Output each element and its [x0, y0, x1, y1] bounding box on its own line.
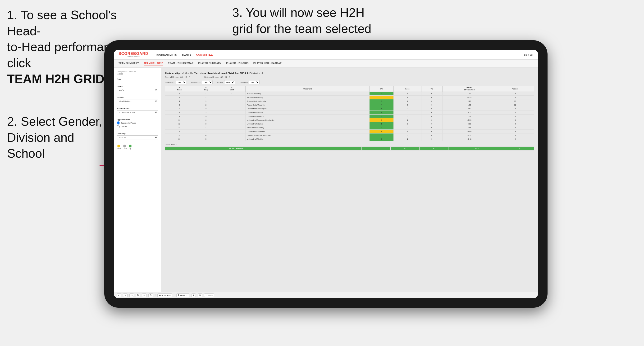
cell-rank: 8 [165, 107, 194, 111]
col-opponent: Opponent [246, 86, 370, 92]
out-of-division-table: NCAA Division II 1 0 0 26.00 3 [165, 147, 534, 151]
table-row: 2 1 1 Auburn University 2 1 0 1.67 9 [165, 92, 534, 96]
tab-team-h2h-grid[interactable]: TEAM H2H GRID [144, 61, 163, 66]
undo-btn[interactable]: ↩ [116, 294, 121, 297]
region-filter: Region (All) [217, 80, 235, 84]
cell-diff: 2.29 [442, 99, 496, 103]
sign-out-link[interactable]: Sign out [524, 53, 533, 56]
paste-btn[interactable]: ⊕ [142, 294, 146, 297]
region-select[interactable]: (All) [224, 80, 235, 84]
tab-team-summary[interactable]: TEAM SUMMARY [118, 61, 139, 66]
copy-btn[interactable]: ⧉ [136, 293, 140, 297]
sidebar: Last Updated: 27/03/2024 16:55:38 Team G… [114, 68, 161, 292]
logo-text: SCOREBOARD [118, 52, 148, 56]
filters-row: Opponents: (All) Conference (All) Region [165, 80, 534, 84]
nav-tournaments[interactable]: TOURNAMENTS [156, 52, 177, 57]
cell-rank: 14 [165, 130, 194, 134]
cell-loss: 0 [394, 107, 421, 111]
watch-btn[interactable]: 👁 Watch ▼ [176, 294, 190, 297]
col-rounds: Rounds [496, 86, 534, 92]
cell-win: 3 [370, 115, 394, 118]
opponent-select[interactable]: (All) [249, 80, 260, 84]
cell-reg: 4 [194, 134, 218, 137]
cell-diff: -2.29 [442, 96, 496, 99]
cell-rounds: 9 [496, 92, 534, 96]
cell-rank: 10 [165, 115, 194, 118]
overall-record: Overall Record: 89 - 17 - 0 [165, 76, 190, 78]
nav-teams[interactable]: TEAMS [182, 52, 191, 57]
col-tie: Tie [422, 86, 442, 92]
cell-tie: 0 [422, 92, 442, 96]
cell-tie: 0 [422, 122, 442, 126]
cell-conf [218, 107, 246, 111]
redo-btn[interactable]: ↪ [123, 294, 128, 297]
tab-player-h2h-grid[interactable]: PLAYER H2H GRID [226, 61, 249, 66]
conference-select[interactable]: (All) [202, 80, 212, 84]
clock-btn[interactable]: ⏱ [148, 294, 153, 297]
cell-rounds: 9 [496, 130, 534, 134]
cell-conf [218, 126, 246, 130]
cell-tie: 0 [422, 103, 442, 107]
present-btn[interactable]: ⊞ [191, 294, 196, 297]
cell-loss: 2 [394, 130, 421, 134]
table-row: 4 1 Arizona State University 5 1 0 2.29 … [165, 99, 534, 103]
cell-rounds: 9 [496, 137, 534, 141]
cell-rounds: 3 [496, 118, 534, 122]
cell-rank: 13 [165, 126, 194, 130]
out-of-division: Out of division NCAA Division II 1 0 0 [165, 143, 534, 151]
cell-rank: 6 [165, 103, 194, 107]
toolbar-sep: | [155, 294, 156, 296]
legend-down: Down [116, 145, 121, 150]
cell-loss: 0 [394, 115, 421, 118]
h2h-table: #Rank #Reg #Conf Opponent Win Loss Tie D… [165, 86, 534, 141]
cell-loss: 1 [394, 99, 421, 103]
cell-rounds: 9 [496, 126, 534, 130]
cell-reg: 2 [194, 107, 218, 111]
opponents-select[interactable]: (All) [176, 80, 186, 84]
cell-conf [218, 130, 246, 134]
cell-team-name: Vanderbilt University [246, 96, 370, 99]
nav-links: TOURNAMENTS TEAMS COMMITTEE [156, 52, 517, 57]
cell-loss: 0 [394, 126, 421, 130]
legend-down-dot [117, 145, 120, 148]
legend-up: Up [129, 145, 132, 150]
tablet: SCOREBOARD Powered by clippi TOURNAMENTS… [104, 40, 548, 308]
cell-win: 6 [370, 134, 394, 137]
legend-level-dot [123, 145, 126, 148]
cell-team-name: University of Florida [246, 137, 370, 141]
cell-rounds: 3 [496, 107, 534, 111]
grid-title: University of North Carolina Head-to-Hea… [165, 71, 534, 75]
gender-select[interactable]: Men's Women's [116, 88, 158, 92]
tab-team-h2h-heatmap[interactable]: TEAM H2H HEATMAP [168, 61, 194, 66]
colour-by-select[interactable]: Win/loss [116, 135, 158, 139]
out-div-tie: 0 [419, 147, 448, 151]
tab-player-h2h-heatmap[interactable]: PLAYER H2H HEATMAP [254, 61, 282, 66]
tab-player-summary[interactable]: PLAYER SUMMARY [198, 61, 222, 66]
nav-committee[interactable]: COMMITTEE [196, 52, 213, 57]
cell-loss: 0 [394, 134, 421, 137]
cell-diff: -6.42 [442, 137, 496, 141]
cell-reg: 1 [194, 126, 218, 130]
cell-loss: 0 [394, 122, 421, 126]
cell-conf: 1 [218, 92, 246, 96]
radio-opponents-played[interactable]: Opponents Played [116, 121, 158, 125]
table-row: 14 2 University of Oklahoma 1 2 0 -1.00 … [165, 130, 534, 134]
zoom-btn[interactable]: ⊟ [198, 294, 202, 297]
cell-team-name: University of Oklahoma [246, 130, 370, 134]
cell-rounds: 9 [496, 134, 534, 137]
record-row: Overall Record: 89 - 17 - 0 Division Rec… [165, 76, 534, 78]
cell-team-name: Auburn University [246, 92, 370, 96]
col-loss: Loss [394, 86, 421, 92]
view-btn[interactable]: View: Original [158, 294, 172, 297]
cell-team-name: University of Alabama [246, 115, 370, 118]
cell-diff: 1.67 [442, 92, 496, 96]
division-select[interactable]: NCAA Division I NCAA Division II [116, 99, 158, 103]
cell-win: 4 [370, 103, 394, 107]
forward-btn[interactable]: ⇥ [130, 294, 134, 297]
share-btn[interactable]: ↗ Share [204, 294, 214, 297]
cell-tie: 0 [422, 137, 442, 141]
table-row: 11 6 University of Arkansas, Fayettevill… [165, 118, 534, 122]
radio-top100[interactable]: Top 100 [116, 125, 158, 128]
cell-diff: 9.00 [442, 111, 496, 115]
school-select[interactable]: 1. University of Nort... [116, 110, 158, 114]
